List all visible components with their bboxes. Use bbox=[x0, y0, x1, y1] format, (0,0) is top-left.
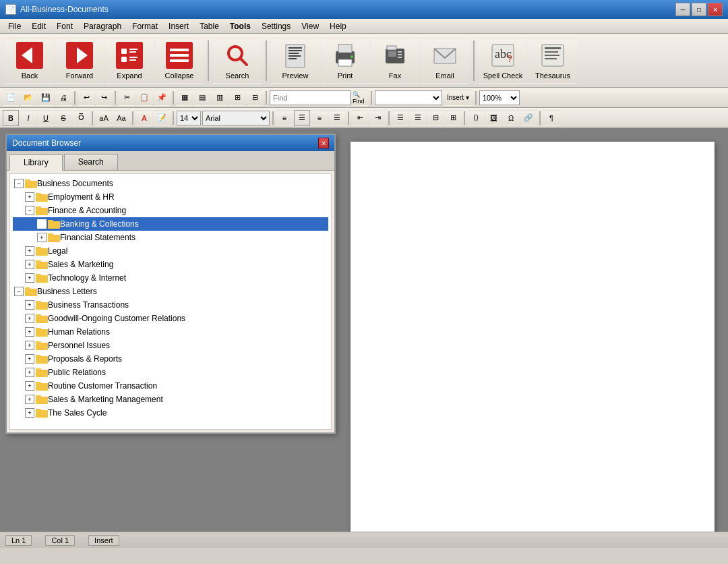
format-btn1[interactable]: aA bbox=[96, 110, 112, 126]
col3-btn[interactable]: ▥ bbox=[212, 90, 228, 106]
document-browser-close[interactable]: ✕ bbox=[318, 138, 329, 148]
expander-finance[interactable]: − bbox=[25, 206, 34, 215]
copy-btn[interactable]: 📋 bbox=[136, 90, 152, 106]
zoom-select[interactable]: 100% bbox=[479, 90, 520, 105]
expand-button[interactable]: Expand bbox=[105, 38, 154, 84]
align-right-btn[interactable]: ≡ bbox=[311, 110, 328, 126]
list-dec-btn[interactable]: ⊟ bbox=[427, 110, 444, 126]
menu-format[interactable]: Format bbox=[127, 20, 163, 32]
thesaurus-button[interactable]: Thesaurus bbox=[528, 38, 577, 84]
expander-bus-trans[interactable]: + bbox=[25, 300, 34, 310]
tree-item-business-letters[interactable]: − Business Letters bbox=[13, 285, 328, 298]
tree-item-goodwill[interactable]: + Goodwill-Ongoing Customer Relations bbox=[13, 312, 328, 325]
tree-item-banking[interactable]: + Banking & Collections bbox=[13, 217, 328, 231]
menu-file[interactable]: File bbox=[3, 20, 26, 32]
find-input[interactable] bbox=[270, 90, 351, 105]
fax-button[interactable]: Fax bbox=[371, 38, 419, 84]
indent-dec-btn[interactable]: ⇤ bbox=[352, 110, 368, 126]
tree-item-public-rel[interactable]: + Public Relations bbox=[13, 366, 328, 379]
spellcheck-button[interactable]: abc ? Spell Check bbox=[479, 38, 527, 84]
maximize-button[interactable]: □ bbox=[692, 3, 706, 16]
macro-btn[interactable]: ⟨⟩ bbox=[468, 110, 484, 126]
tree-item-legal[interactable]: + Legal bbox=[13, 244, 328, 258]
menu-help[interactable]: Help bbox=[324, 20, 352, 32]
list-bullet-btn[interactable]: ☰ bbox=[392, 110, 408, 126]
tree-item-personnel[interactable]: + Personnel Issues bbox=[13, 339, 328, 352]
collapse-button[interactable]: Collapse bbox=[155, 38, 204, 84]
align-left-btn[interactable]: ≡ bbox=[276, 110, 293, 126]
rtl-btn[interactable]: ¶ bbox=[543, 110, 559, 126]
open-btn[interactable]: 📂 bbox=[20, 90, 36, 106]
tree-item-technology[interactable]: + Technology & Internet bbox=[13, 271, 328, 285]
tree-item-business-documents[interactable]: − Business Documents bbox=[13, 177, 328, 190]
menu-settings[interactable]: Settings bbox=[256, 20, 296, 32]
search-button[interactable]: Search bbox=[213, 38, 262, 84]
list-inc-btn[interactable]: ⊞ bbox=[445, 110, 461, 126]
bold-btn[interactable]: B bbox=[3, 110, 19, 126]
expander-sales-cycle[interactable]: + bbox=[25, 408, 34, 418]
expander-banking[interactable]: + bbox=[37, 219, 47, 229]
minimize-button[interactable]: ─ bbox=[675, 3, 690, 16]
tree-item-proposals[interactable]: + Proposals & Reports bbox=[13, 352, 328, 366]
document-page[interactable] bbox=[351, 142, 715, 534]
forward-button[interactable]: Forward bbox=[55, 38, 104, 84]
indent-inc-btn[interactable]: ⇥ bbox=[369, 110, 386, 126]
redo-btn[interactable]: ↪ bbox=[96, 90, 112, 106]
print-button[interactable]: Print bbox=[321, 38, 369, 84]
menu-font[interactable]: Font bbox=[51, 20, 78, 32]
insert-btn[interactable]: Insert ▾ bbox=[444, 90, 473, 106]
expander-public-rel[interactable]: + bbox=[25, 368, 34, 377]
expander-technology[interactable]: + bbox=[25, 273, 34, 283]
expander-proposals[interactable]: + bbox=[25, 354, 34, 364]
font-face-select[interactable]: Arial bbox=[202, 111, 270, 125]
email-button[interactable]: Email bbox=[421, 38, 469, 84]
italic-btn[interactable]: I bbox=[20, 110, 36, 126]
tbl2-btn[interactable]: ⊟ bbox=[247, 90, 263, 106]
color-btn[interactable]: A bbox=[136, 110, 152, 126]
strikethrough-btn[interactable]: S bbox=[55, 110, 71, 126]
underline-btn[interactable]: U bbox=[38, 110, 54, 126]
paste-btn[interactable]: 📌 bbox=[154, 90, 170, 106]
expander-financial[interactable]: + bbox=[37, 233, 47, 242]
expander-employment[interactable]: + bbox=[25, 192, 34, 202]
print-btn2[interactable]: 🖨 bbox=[55, 90, 71, 106]
new-btn[interactable]: 📄 bbox=[3, 90, 19, 106]
menu-edit[interactable]: Edit bbox=[26, 20, 51, 32]
col-btn[interactable]: ▦ bbox=[177, 90, 193, 106]
close-button[interactable]: ✕ bbox=[708, 3, 723, 16]
tab-library[interactable]: Library bbox=[9, 154, 63, 171]
font-size-select[interactable]: 14 bbox=[177, 111, 201, 125]
expander-legal[interactable]: + bbox=[25, 246, 34, 256]
tree-item-sales-mktg[interactable]: + Sales & Marketing bbox=[13, 258, 328, 271]
menu-tools[interactable]: Tools bbox=[224, 20, 256, 32]
menu-table[interactable]: Table bbox=[194, 20, 224, 32]
expander-personnel[interactable]: + bbox=[25, 341, 34, 350]
tree-item-sales-cycle[interactable]: + The Sales Cycle bbox=[13, 406, 328, 420]
expander-goodwill[interactable]: + bbox=[25, 314, 34, 323]
expander-business-documents[interactable]: − bbox=[14, 179, 24, 188]
img-btn[interactable]: 🖼 bbox=[485, 110, 502, 126]
tree-item-finance[interactable]: − Finance & Accounting bbox=[13, 204, 328, 217]
tree-item-employment[interactable]: + Employment & HR bbox=[13, 190, 328, 204]
expander-routine[interactable]: + bbox=[25, 381, 34, 391]
preview-button[interactable]: Preview bbox=[271, 38, 320, 84]
tree-item-routine[interactable]: + Routine Customer Transaction bbox=[13, 379, 328, 393]
document-browser-content[interactable]: − Business Documents + Employment & HR bbox=[9, 173, 332, 430]
align-justify-btn[interactable]: ☰ bbox=[329, 110, 345, 126]
menu-insert[interactable]: Insert bbox=[163, 20, 194, 32]
tree-item-bus-trans[interactable]: + Business Transactions bbox=[13, 298, 328, 312]
expander-sales-mktg[interactable]: + bbox=[25, 260, 34, 269]
menu-view[interactable]: View bbox=[296, 20, 324, 32]
tree-item-sales-mgmt[interactable]: + Sales & Marketing Management bbox=[13, 393, 328, 406]
format-btn2[interactable]: Aa bbox=[113, 110, 129, 126]
overline-btn[interactable]: O̅ bbox=[73, 110, 89, 126]
expander-sales-mgmt[interactable]: + bbox=[25, 395, 34, 404]
find-btn[interactable]: 🔍 Find bbox=[352, 90, 368, 106]
expander-business-letters[interactable]: − bbox=[14, 287, 24, 296]
undo-btn[interactable]: ↩ bbox=[78, 90, 94, 106]
hilite-btn[interactable]: 📝 bbox=[154, 110, 170, 126]
tree-item-human-rel[interactable]: + Human Relations bbox=[13, 325, 328, 339]
menu-paragraph[interactable]: Paragraph bbox=[78, 20, 127, 32]
back-button[interactable]: Back bbox=[5, 38, 54, 84]
cut-btn[interactable]: ✂ bbox=[119, 90, 135, 106]
